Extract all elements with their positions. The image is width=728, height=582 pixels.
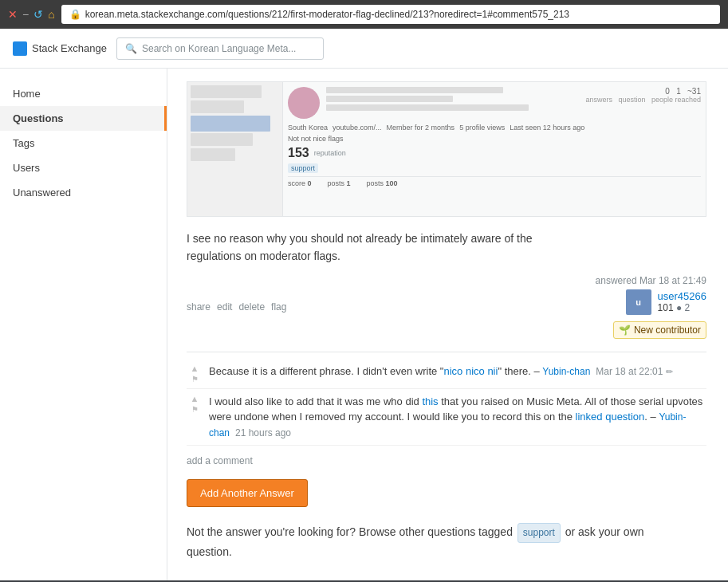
sidebar-item-questions[interactable]: Questions [0, 106, 167, 131]
add-comment-link[interactable]: add a comment [187, 455, 706, 466]
browser-chrome: ✕ − ↺ ⌂ 🔒 korean.meta.stackexchange.com/… [0, 0, 728, 29]
avatar: u [626, 289, 651, 315]
comment-time-1: Mar 18 at 22:01 [593, 366, 663, 377]
delete-link[interactable]: delete [238, 301, 265, 313]
comment-upvote-icon-2[interactable]: ▲ [191, 394, 199, 403]
edit-link[interactable]: edit [217, 301, 232, 313]
share-link[interactable]: share [187, 301, 211, 313]
comment-vote-1: ▲ ⚑ [187, 364, 203, 383]
comment-edit-icon-1[interactable]: ✏ [666, 367, 673, 376]
not-answer-text-before: Not the answer you're looking for? Brows… [187, 525, 513, 538]
close-icon[interactable]: ✕ [8, 8, 18, 21]
comment-flag-icon-1: ⚑ [191, 375, 199, 383]
answer-actions: share edit delete flag answered Mar 18 a… [187, 275, 706, 339]
answered-label: answered [596, 275, 637, 286]
comment-vote-2: ▲ ⚑ [187, 394, 203, 441]
user-name[interactable]: user45266 [658, 290, 706, 302]
new-contributor-label: New contributor [634, 324, 701, 336]
this-link[interactable]: this [422, 395, 438, 407]
comment-body-2: I would also like to add that it was me … [209, 394, 706, 441]
answer-text-line2: regulations on moderator flags. [187, 250, 340, 262]
user-card: u user45266 101 ● 2 [626, 289, 706, 315]
comment-2: ▲ ⚑ I would also like to add that it was… [187, 389, 706, 446]
sidebar-item-tags[interactable]: Tags [0, 131, 167, 155]
site-header: Stack Exchange 🔍 Search on Korean Langua… [0, 29, 728, 69]
linked-question-link[interactable]: linked question [576, 411, 645, 423]
nico-link[interactable]: nico nico nii [443, 365, 498, 377]
main-content: 0 1 ~31 answers question people reached … [167, 69, 726, 580]
comment-flag-icon-2: ⚑ [191, 405, 199, 414]
question-thumbnail: 0 1 ~31 answers question people reached … [187, 81, 706, 217]
comment-time-2: 21 hours ago [233, 427, 291, 438]
logo-icon [13, 41, 27, 56]
reload-icon[interactable]: ↺ [33, 8, 43, 21]
address-bar[interactable]: 🔒 korean.meta.stackexchange.com/question… [61, 5, 720, 24]
new-contributor-badge: 🌱 New contributor [613, 321, 706, 339]
support-tag-badge[interactable]: support [517, 523, 561, 543]
sidebar-item-users[interactable]: Users [0, 155, 167, 180]
sidebar-item-unanswered[interactable]: Unanswered [0, 180, 167, 205]
comment-upvote-icon-1[interactable]: ▲ [191, 364, 199, 373]
answered-date: Mar 18 at 21:49 [639, 275, 706, 286]
browser-controls: ✕ − ↺ ⌂ [8, 8, 55, 21]
minimize-icon[interactable]: − [22, 8, 29, 21]
rep-badge: ● 2 [676, 302, 690, 313]
answered-info: answered Mar 18 at 21:49 u user45266 101… [596, 275, 706, 339]
search-placeholder: Search on Korean Language Meta... [142, 43, 296, 54]
logo-text: Stack Exchange [32, 42, 107, 54]
sidebar-item-home[interactable]: Home [0, 81, 167, 106]
comment-user-1[interactable]: Yubin-chan [542, 366, 590, 377]
comment-1: ▲ ⚑ Because it is a different phrase. I … [187, 359, 706, 389]
not-answer-text-after: or ask your own [565, 525, 644, 538]
answer-body: I see no reason why you should not alrea… [187, 230, 706, 265]
site-logo[interactable]: Stack Exchange [13, 41, 107, 56]
add-another-answer-button[interactable]: Add Another Answer [187, 479, 308, 507]
lock-icon: 🔒 [69, 9, 81, 20]
user-rep: 101 ● 2 [658, 302, 706, 313]
search-bar[interactable]: 🔍 Search on Korean Language Meta... [116, 37, 324, 60]
page-layout: Home Questions Tags Users Unanswered [0, 69, 728, 580]
user-info: user45266 101 ● 2 [658, 290, 706, 313]
comments-section: ▲ ⚑ Because it is a different phrase. I … [187, 352, 706, 446]
not-answer-question-link: question. [187, 545, 232, 558]
url-text: korean.meta.stackexchange.com/questions/… [85, 9, 569, 20]
flag-link[interactable]: flag [271, 301, 286, 313]
home-icon[interactable]: ⌂ [48, 8, 54, 21]
comment-body-1: Because it is a different phrase. I didn… [209, 364, 706, 383]
sidebar: Home Questions Tags Users Unanswered [0, 69, 167, 580]
not-answer-section: Not the answer you're looking for? Brows… [187, 523, 706, 561]
answer-text-line1: I see no reason why you should not alrea… [187, 232, 532, 245]
new-contributor-icon: 🌱 [619, 324, 631, 336]
search-icon: 🔍 [125, 43, 137, 54]
